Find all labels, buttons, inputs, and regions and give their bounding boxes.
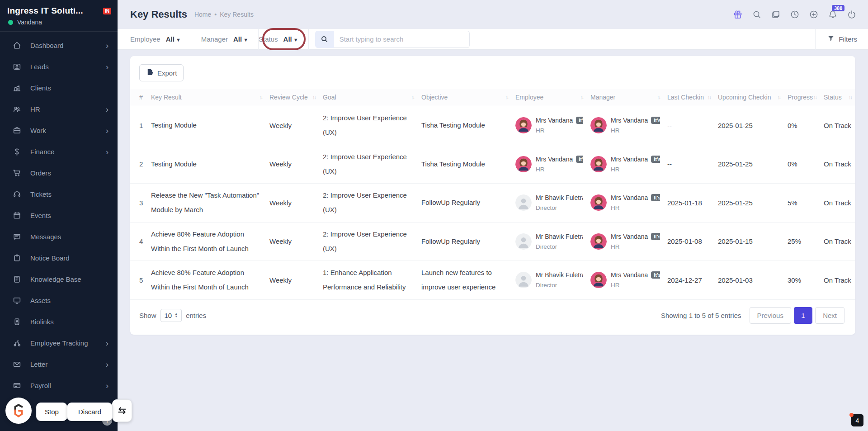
sidebar-item-payroll[interactable]: Payroll › xyxy=(0,375,118,396)
sort-icon[interactable]: ↑↓ xyxy=(813,95,816,100)
sidebar-item-label: Knowledge Base xyxy=(30,275,81,283)
sidebar-item-work[interactable]: Work › xyxy=(0,120,118,141)
sidebar-item-messages[interactable]: Messages xyxy=(0,226,118,247)
sort-icon[interactable]: ↑↓ xyxy=(259,95,262,100)
its-you-badge: It's you xyxy=(651,271,660,279)
its-you-badge: It's you xyxy=(576,156,583,163)
search-input[interactable] xyxy=(334,31,470,48)
sidebar-item-events[interactable]: Events xyxy=(0,205,118,226)
chevron-right-icon: › xyxy=(106,126,108,135)
person-name: Mrs Vandana xyxy=(611,233,648,240)
sidebar-item-letter[interactable]: Letter › xyxy=(0,354,118,375)
breadcrumb-home[interactable]: Home xyxy=(194,11,211,18)
previous-page-button[interactable]: Previous xyxy=(750,307,791,324)
sidebar-item-label: Work xyxy=(30,127,46,134)
table-row[interactable]: 3 Release the New "Task Automation" Modu… xyxy=(130,184,855,223)
person-role: HR xyxy=(536,166,583,173)
search-icon[interactable] xyxy=(751,9,762,20)
female-avatar xyxy=(515,156,532,172)
sidebar-item-employee-tracking[interactable]: Employee Tracking › xyxy=(0,332,118,354)
page-1-button[interactable]: 1 xyxy=(794,307,812,324)
caret-down-icon: ▼ xyxy=(293,37,298,43)
female-avatar xyxy=(590,194,607,211)
caret-down-icon: ▼ xyxy=(243,37,248,43)
sidebar-item-assets[interactable]: Assets xyxy=(0,290,118,311)
sidebar-item-label: Clients xyxy=(30,84,51,92)
progress-cell: 5% xyxy=(784,184,820,223)
sidebar-item-knowledge-base[interactable]: Knowledge Base xyxy=(0,269,118,290)
person-name: Mrs Vandana xyxy=(536,117,573,124)
sort-icon[interactable]: ↑↓ xyxy=(777,95,780,100)
brand-logo: IN xyxy=(103,8,111,14)
chevron-right-icon: › xyxy=(106,41,108,50)
entries-label: entries xyxy=(186,312,206,319)
table-row[interactable]: 2 Testing Module Weekly 2: Improve User … xyxy=(130,145,855,184)
sidebar-nav: Dashboard › Leads › Clients HR › Work › … xyxy=(0,32,118,396)
sidebar-item-dashboard[interactable]: Dashboard › xyxy=(0,35,118,56)
user-name: Vandana xyxy=(17,19,42,26)
person-role: Director xyxy=(536,282,583,289)
goal-cell: 2: Improve User Experience (UX) xyxy=(319,145,418,184)
status-filter-dropdown[interactable]: All▼ xyxy=(283,35,298,43)
person-name: Mr Bhavik Fuletra xyxy=(536,271,583,279)
sidebar-item-finance[interactable]: Finance › xyxy=(0,141,118,162)
sort-icon[interactable]: ↑↓ xyxy=(657,95,660,100)
employee-filter-dropdown[interactable]: All▼ xyxy=(166,35,181,43)
employee-filter-label: Employee xyxy=(130,35,160,43)
discard-button[interactable]: Discard xyxy=(67,403,113,421)
objective-cell: Tisha Testing Module xyxy=(418,106,512,145)
bell-icon[interactable]: 388 xyxy=(827,9,838,20)
last-checkin-cell: -- xyxy=(664,145,714,184)
chevron-right-icon: › xyxy=(106,105,108,114)
add-icon[interactable] xyxy=(808,9,819,20)
col-key-result: Key Result↑↓ xyxy=(147,89,266,106)
sidebar-item-clients[interactable]: Clients xyxy=(0,77,118,99)
page-size-group: Show 10 ▲▼ entries xyxy=(139,309,206,322)
knowledge-base-icon xyxy=(12,275,21,284)
manager-cell: Mrs VandanaIt's youHR xyxy=(587,222,664,261)
sort-icon[interactable]: ↑↓ xyxy=(411,95,414,100)
notes-icon[interactable] xyxy=(770,9,781,20)
page-size-select[interactable]: 10 ▲▼ xyxy=(160,309,182,322)
its-you-badge: It's you xyxy=(651,194,660,201)
recorder-logo[interactable] xyxy=(5,398,32,424)
review-cycle-cell: Weekly xyxy=(266,145,319,184)
filters-button[interactable]: Filters xyxy=(815,29,857,50)
goal-cell: 2: Improve User Experience (UX) xyxy=(319,184,418,223)
table-row[interactable]: 4 Achieve 80% Feature Adoption Within th… xyxy=(130,222,855,261)
sidebar-item-tickets[interactable]: Tickets xyxy=(0,184,118,205)
clock-icon[interactable] xyxy=(789,9,800,20)
female-avatar xyxy=(590,117,607,133)
progress-cell: 30% xyxy=(784,261,820,300)
sort-icon[interactable]: ↑↓ xyxy=(580,95,583,100)
sidebar-item-orders[interactable]: Orders xyxy=(0,162,118,184)
review-cycle-cell: Weekly xyxy=(266,184,319,223)
its-you-badge: It's you xyxy=(651,156,660,163)
sort-icon[interactable]: ↑↓ xyxy=(708,95,711,100)
review-cycle-cell: Weekly xyxy=(266,106,319,145)
col-manager: Manager↑↓ xyxy=(587,89,664,106)
table-row[interactable]: 1 Testing Module Weekly 2: Improve User … xyxy=(130,106,855,145)
home-icon xyxy=(12,41,21,50)
chevron-right-icon: › xyxy=(106,360,108,369)
notification-count-badge: 388 xyxy=(832,5,844,11)
sidebar-item-hr[interactable]: HR › xyxy=(0,99,118,120)
sort-icon[interactable]: ↑↓ xyxy=(505,95,508,100)
sort-icon[interactable]: ↑↓ xyxy=(312,95,316,100)
gift-icon[interactable] xyxy=(732,9,743,20)
corner-count-badge[interactable]: 4 xyxy=(851,414,863,426)
sort-icon[interactable]: ↑↓ xyxy=(849,95,852,100)
sidebar-item-biolinks[interactable]: Biolinks xyxy=(0,311,118,332)
manager-filter-dropdown[interactable]: All▼ xyxy=(233,35,248,43)
power-icon[interactable] xyxy=(846,9,857,20)
person-name: Mr Bhavik Fuletra xyxy=(536,233,583,240)
stop-button[interactable]: Stop xyxy=(36,403,67,421)
sidebar-item-notice-board[interactable]: Notice Board xyxy=(0,247,118,269)
table-row[interactable]: 5 Achieve 80% Feature Adoption Within th… xyxy=(130,261,855,300)
review-cycle-cell: Weekly xyxy=(266,261,319,300)
key-result-cell: Testing Module xyxy=(147,106,266,145)
export-button[interactable]: Export xyxy=(139,64,184,81)
sidebar-item-leads[interactable]: Leads › xyxy=(0,56,118,77)
next-page-button[interactable]: Next xyxy=(815,307,844,324)
swap-button[interactable] xyxy=(112,399,132,422)
